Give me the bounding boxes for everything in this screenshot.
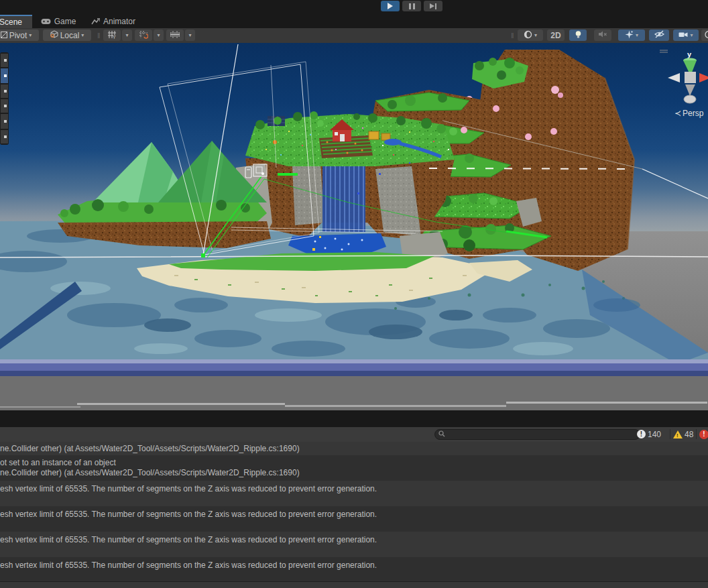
- console-entry[interactable]: ne.Collider other) (at Assets/Water2D_To…: [0, 442, 708, 455]
- caret-icon: ▾: [29, 33, 32, 38]
- console-message: esh vertex limit of 65535. The number of…: [0, 535, 708, 545]
- scene-floor: [0, 359, 708, 410]
- scene-view-toolbar: Pivot ▾ Local ▾ ‖ Y ▾ ▾ ▾ ‖ ▾ 2D: [0, 28, 708, 44]
- pause-icon: [409, 3, 415, 9]
- console-warning-toggle[interactable]: ! 48: [673, 428, 693, 440]
- gizmo-cube[interactable]: [685, 72, 696, 83]
- hidden-objects-button[interactable]: [649, 30, 669, 41]
- step-button[interactable]: [424, 1, 442, 11]
- audio-mute-button[interactable]: [594, 30, 611, 41]
- info-count: 140: [648, 430, 661, 439]
- sparkle-icon: [625, 30, 634, 41]
- console-entry-partial[interactable]: [0, 581, 708, 588]
- tab-scene[interactable]: Scene: [0, 15, 32, 28]
- pivot-mode-button[interactable]: Pivot ▾: [0, 30, 39, 41]
- error-icon: !: [699, 430, 708, 439]
- badge-separator: [670, 429, 670, 439]
- caret-icon: ▾: [125, 33, 128, 38]
- persp-icon: ≺: [674, 109, 681, 118]
- 2d-label: 2D: [550, 31, 560, 40]
- badge-separator: [696, 429, 697, 439]
- snap-grid-button[interactable]: [135, 30, 152, 41]
- effects-toggle-button[interactable]: ▾: [618, 30, 645, 41]
- console-entry[interactable]: esh vertex limit of 65535. The number of…: [0, 481, 708, 506]
- warning-icon: !: [673, 430, 683, 438]
- console-entry[interactable]: esh vertex limit of 65535. The number of…: [0, 532, 708, 557]
- console-message: ne.Collider other) (at Assets/Water2D_To…: [0, 468, 708, 478]
- console-message: esh vertex limit of 65535. The number of…: [0, 484, 708, 494]
- window-gap: [0, 410, 708, 427]
- caret-icon: ▾: [157, 33, 160, 38]
- lightbulb-icon: [575, 30, 582, 41]
- snap-grid-dropdown[interactable]: ▾: [154, 30, 164, 41]
- circle-icon: [703, 30, 708, 41]
- search-input[interactable]: [448, 430, 632, 439]
- camera-icon: [678, 31, 688, 40]
- console-entry[interactable]: ot set to an instance of an object ne.Co…: [0, 455, 708, 481]
- toolbar-separator: ‖: [511, 31, 514, 40]
- console-entry[interactable]: esh vertex limit of 65535. The number of…: [0, 557, 708, 581]
- grid-visibility-dropdown[interactable]: ▾: [122, 30, 132, 41]
- tab-animator-label: Animator: [103, 17, 135, 26]
- search-icon: [438, 430, 445, 439]
- view-tab-bar: Scene Game Animator: [0, 15, 708, 28]
- pause-button[interactable]: [402, 1, 421, 11]
- grid-icon: Y: [108, 30, 117, 41]
- svg-text:Y: Y: [113, 34, 116, 39]
- console-search-field[interactable]: [434, 429, 640, 440]
- warning-count: 48: [685, 430, 693, 439]
- unity-editor-window: Scene Game Animator Pivot ▾ Local ▾ ‖: [0, 0, 708, 588]
- tab-scene-label: Scene: [0, 17, 22, 27]
- console-toolbar: ! 140 ! 48 !: [0, 427, 708, 443]
- speaker-muted-icon: [598, 30, 607, 40]
- scene-camera-button[interactable]: ▾: [673, 30, 699, 41]
- gizmo-y-label: y: [687, 50, 692, 58]
- shading-mode-button[interactable]: ▾: [518, 30, 543, 41]
- gamepad-icon: [41, 18, 51, 25]
- pond: [288, 233, 386, 255]
- console-entry[interactable]: esh vertex limit of 65535. The number of…: [0, 506, 708, 532]
- animator-icon: [91, 18, 100, 25]
- 2d-mode-button[interactable]: 2D: [547, 30, 565, 41]
- console-message: ot set to an instance of an object: [0, 458, 708, 468]
- scene-tools-overlay: [0, 52, 9, 145]
- clipped-toolbar-button[interactable]: [701, 30, 708, 41]
- eye-slash-icon: [654, 30, 664, 40]
- tab-animator[interactable]: Animator: [84, 15, 142, 28]
- snap-increment-icon: [170, 31, 180, 40]
- toolbar-separator: ‖: [97, 31, 101, 40]
- play-icon: [388, 3, 393, 9]
- console-message: esh vertex limit of 65535. The number of…: [0, 510, 708, 520]
- snap-increment-button[interactable]: [166, 30, 184, 41]
- tab-game[interactable]: Game: [35, 15, 82, 28]
- step-icon: [430, 3, 436, 9]
- main-toolbar: [0, 0, 708, 15]
- snap-increment-dropdown[interactable]: ▾: [185, 30, 195, 41]
- info-icon: !: [637, 430, 646, 438]
- local-label: Local: [60, 31, 80, 40]
- grid-visibility-button[interactable]: Y: [103, 30, 121, 41]
- cube-icon: [50, 30, 58, 40]
- tab-game-label: Game: [54, 17, 76, 26]
- caret-icon: ▾: [636, 33, 638, 38]
- console-message: ne.Collider other) (at Assets/Water2D_To…: [0, 444, 708, 454]
- scene-viewport[interactable]: y ≺ Persp: [0, 43, 708, 410]
- shaded-sphere-icon: [524, 30, 532, 41]
- caret-icon: ▾: [81, 33, 84, 38]
- play-button[interactable]: [381, 1, 400, 11]
- pivot-icon: [1, 31, 7, 40]
- caret-icon: ▾: [690, 33, 693, 38]
- village-plateau: [245, 111, 455, 166]
- console-error-toggle[interactable]: !: [699, 428, 708, 440]
- caret-icon: ▾: [534, 33, 537, 38]
- local-space-button[interactable]: Local ▾: [43, 30, 91, 41]
- pivot-label: Pivot: [9, 31, 27, 40]
- persp-label[interactable]: Persp: [683, 109, 704, 118]
- caret-icon: ▾: [188, 33, 191, 38]
- console-info-toggle[interactable]: ! 140: [637, 428, 661, 440]
- console-message: esh vertex limit of 65535. The number of…: [0, 561, 708, 571]
- scene-lighting-button[interactable]: [569, 30, 587, 41]
- snap-grid-icon: [139, 30, 148, 41]
